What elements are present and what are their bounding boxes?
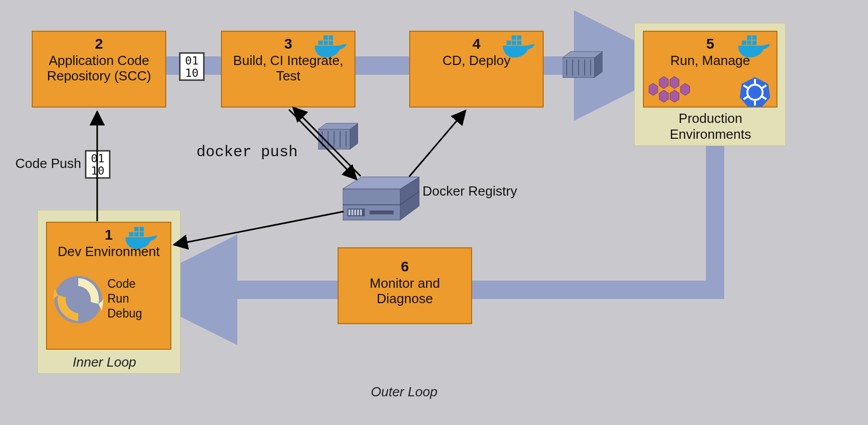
svg-rect-18 (517, 40, 522, 45)
container-icon (563, 51, 603, 82)
svg-line-74 (409, 111, 465, 177)
svg-rect-23 (752, 40, 757, 45)
svg-rect-13 (329, 40, 333, 45)
docker-icon (311, 33, 348, 59)
svg-rect-14 (323, 35, 328, 40)
svg-rect-25 (752, 35, 757, 40)
cycle-code: Code (107, 277, 142, 291)
svg-rect-69 (360, 209, 362, 215)
stage-6-title: Monitor and Diagnose (370, 275, 440, 306)
docker-icon (735, 33, 771, 59)
stage-1-num: 1 (105, 227, 113, 243)
binary-line: 01 (181, 55, 203, 67)
svg-marker-39 (670, 90, 679, 102)
binary-line: 10 (86, 165, 109, 177)
svg-rect-17 (511, 40, 516, 45)
cycle-list: Code Run Debug (107, 277, 142, 321)
kubernetes-icon (739, 76, 771, 110)
svg-rect-24 (747, 35, 751, 40)
svg-rect-20 (517, 35, 522, 40)
server-icon (343, 177, 419, 225)
svg-marker-38 (659, 90, 669, 102)
svg-marker-36 (670, 76, 679, 89)
svg-rect-16 (506, 40, 511, 45)
svg-marker-37 (681, 83, 690, 96)
svg-rect-65 (348, 209, 350, 215)
binary-line: 01 (86, 153, 109, 165)
svg-rect-7 (134, 232, 139, 237)
svg-rect-9 (134, 227, 139, 231)
docker-push-label: docker push (196, 143, 298, 161)
outer-loop-label: Outer Loop (371, 384, 437, 400)
svg-rect-70 (370, 210, 394, 215)
cycle-debug: Debug (107, 306, 142, 321)
binary-icon: 01 10 (85, 150, 110, 179)
svg-rect-19 (511, 35, 516, 40)
svg-marker-34 (649, 83, 658, 96)
svg-rect-6 (129, 232, 133, 237)
production-env-label: Production Environments (641, 111, 780, 142)
service-fabric-icon (649, 76, 691, 110)
svg-rect-10 (140, 227, 144, 231)
container-icon (318, 123, 358, 154)
svg-rect-66 (351, 209, 353, 215)
stage-2-box: 2 Application Code Repository (SCC) (32, 31, 166, 108)
svg-rect-21 (742, 40, 746, 45)
docker-icon (122, 224, 159, 251)
svg-rect-15 (329, 35, 333, 40)
binary-icon: 01 10 (179, 52, 205, 81)
svg-rect-12 (323, 40, 328, 45)
svg-rect-68 (357, 209, 359, 215)
inner-loop-label: Inner Loop (73, 354, 136, 370)
docker-icon (499, 33, 536, 59)
stage-6-num: 6 (343, 259, 467, 275)
svg-rect-8 (140, 232, 144, 237)
binary-line: 10 (181, 67, 203, 79)
docker-registry-label: Docker Registry (422, 183, 517, 199)
cycle-run: Run (107, 291, 142, 306)
stage-2-num: 2 (37, 36, 161, 52)
svg-rect-22 (747, 40, 751, 45)
code-push-label: Code Push (15, 156, 81, 172)
cycle-icon (50, 271, 106, 330)
svg-line-75 (174, 211, 344, 245)
svg-rect-67 (354, 209, 357, 215)
svg-marker-35 (659, 76, 669, 89)
stage-6-box: 6 Monitor and Diagnose (338, 247, 472, 324)
stage-2-title: Application Code Repository (SCC) (47, 53, 151, 83)
svg-rect-11 (318, 40, 323, 45)
